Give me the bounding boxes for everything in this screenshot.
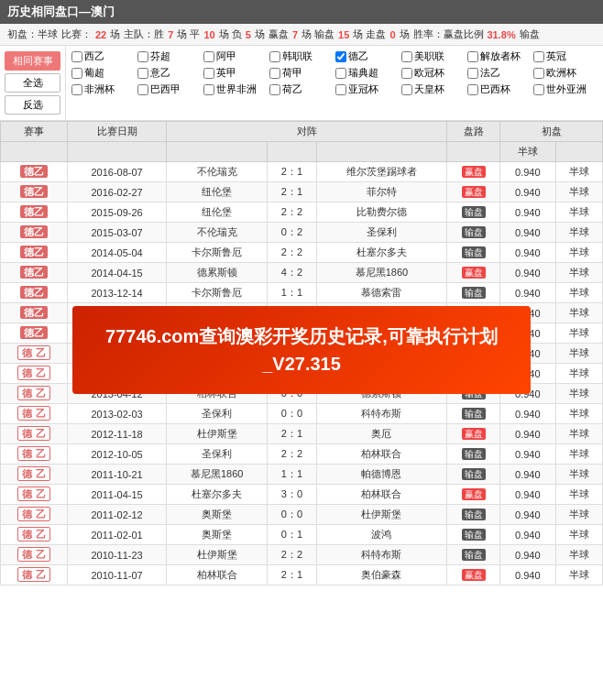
cb-iy[interactable]: 意乙 xyxy=(137,66,202,80)
summary-draw: 10 xyxy=(203,29,214,40)
cb-oug-input[interactable] xyxy=(401,68,412,79)
cb-hey-input[interactable] xyxy=(269,84,280,95)
summary-lose: 15 xyxy=(338,29,349,40)
cb-yjia[interactable]: 英甲 xyxy=(203,66,268,80)
table-row: 德 乙 2011-02-01 奥斯堡 0：1 波鸿 输盘 0.940 半球 xyxy=(1,525,603,545)
cb-jfz[interactable]: 解放者杯 xyxy=(467,49,532,63)
table-row: 德乙 2014-04-15 德累斯顿 4：2 慕尼黑1860 赢盘 0.940 … xyxy=(1,263,603,283)
cb-sjfz-input[interactable] xyxy=(203,84,214,95)
cb-hzl[interactable]: 韩职联 xyxy=(269,49,334,63)
cell-handicap: 半球 xyxy=(555,283,602,303)
cb-ajia-input[interactable] xyxy=(203,51,214,62)
cb-mzl-input[interactable] xyxy=(401,51,412,62)
cb-iy-input[interactable] xyxy=(137,68,148,79)
cell-score: 0：1 xyxy=(268,525,316,545)
cb-ajia[interactable]: 阿甲 xyxy=(203,49,268,63)
cb-bzb-input[interactable] xyxy=(467,84,478,95)
summary-lose-label: 场 输盘 xyxy=(302,27,334,41)
cell-score: 2：2 xyxy=(268,202,316,223)
cb-dey[interactable]: 德乙 xyxy=(335,49,400,63)
invert-button[interactable]: 反选 xyxy=(5,95,60,115)
cb-yjia-input[interactable] xyxy=(203,68,214,79)
cell-score: 2：2 xyxy=(268,444,316,465)
cell-league: 德 乙 xyxy=(1,545,68,565)
cb-hejia[interactable]: 荷甲 xyxy=(269,66,334,80)
cb-hejia-input[interactable] xyxy=(269,68,280,79)
cell-date: 2011-02-01 xyxy=(67,525,166,545)
cb-fzb[interactable]: 非洲杯 xyxy=(71,82,136,96)
cb-sjyz[interactable]: 世外亚洲 xyxy=(533,82,598,96)
cb-mzl[interactable]: 美职联 xyxy=(401,49,466,63)
cell-handicap: 半球 xyxy=(555,364,602,384)
table-row: 德 乙 2011-04-15 杜塞尔多夫 3：0 柏林联合 赢盘 0.940 半… xyxy=(1,485,603,505)
cell-odds1: 0.940 xyxy=(500,283,556,303)
cell-odds1: 0.940 xyxy=(500,404,556,424)
cb-yguan-input[interactable] xyxy=(533,51,544,62)
cell-handicap: 半球 xyxy=(555,505,602,525)
cell-league: 德乙 xyxy=(1,223,68,243)
cell-odds1: 0.940 xyxy=(500,424,556,444)
cb-fenc-input[interactable] xyxy=(137,51,148,62)
cell-score: 3：0 xyxy=(268,485,316,505)
cb-yzg-input[interactable] xyxy=(335,84,346,95)
cb-oug[interactable]: 欧冠杯 xyxy=(401,66,466,80)
cell-result: 输盘 xyxy=(447,283,500,303)
cb-ouz-input[interactable] xyxy=(533,68,544,79)
cell-handicap: 半球 xyxy=(555,384,602,404)
cb-bzjia[interactable]: 巴西甲 xyxy=(137,82,202,96)
cell-league: 德乙 xyxy=(1,182,68,202)
cb-bzjia-input[interactable] xyxy=(137,84,148,95)
cb-ouz[interactable]: 欧洲杯 xyxy=(533,66,598,80)
cb-jfz-input[interactable] xyxy=(467,51,478,62)
summary-rate: 31.8% xyxy=(488,29,516,40)
cb-fy[interactable]: 法乙 xyxy=(467,66,532,80)
cell-home: 奥斯堡 xyxy=(167,525,268,545)
cell-handicap: 半球 xyxy=(555,525,602,545)
cb-xiy-input[interactable] xyxy=(71,51,82,62)
cell-home: 德累斯顿 xyxy=(167,263,268,283)
cb-sjfz[interactable]: 世界非洲 xyxy=(203,82,268,96)
cell-league: 德乙 xyxy=(1,303,68,323)
cb-fy-input[interactable] xyxy=(467,68,478,79)
th-league: 赛事 xyxy=(1,122,68,142)
cell-home: 奥斯堡 xyxy=(167,505,268,525)
cb-thb-input[interactable] xyxy=(401,84,412,95)
filter-buttons: 相同赛事 全选 反选 xyxy=(0,46,66,120)
th-match: 对阵 xyxy=(167,122,447,142)
cb-yzg[interactable]: 亚冠杯 xyxy=(335,82,400,96)
cb-hey[interactable]: 荷乙 xyxy=(269,82,334,96)
cb-dey-input[interactable] xyxy=(335,51,346,62)
cell-date: 2016-08-07 xyxy=(67,162,166,182)
cb-hzl-input[interactable] xyxy=(269,51,280,62)
same-match-button[interactable]: 相同赛事 xyxy=(5,51,60,71)
cell-score: 0：0 xyxy=(268,404,316,424)
table-row: 德乙 2015-09-26 纽伦堡 2：2 比勒费尔德 输盘 0.940 半球 xyxy=(1,202,603,223)
cell-league: 德乙 xyxy=(1,243,68,263)
cb-sjyz-input[interactable] xyxy=(533,84,544,95)
table-row: 德 乙 2013-02-03 圣保利 0：0 科特布斯 输盘 0.940 半球 xyxy=(1,404,603,424)
cb-puc[interactable]: 葡超 xyxy=(71,66,136,80)
cb-ruidc[interactable]: 瑞典超 xyxy=(335,66,400,80)
cb-yguan[interactable]: 英冠 xyxy=(533,49,598,63)
cell-handicap: 半球 xyxy=(555,243,602,263)
cell-score: 1：1 xyxy=(268,465,316,485)
cell-odds1: 0.940 xyxy=(500,182,556,202)
summary-bar: 初盘：半球 比赛： 22 场 主队：胜 7 场 平 10 场 负 5 场 赢盘 … xyxy=(0,24,603,46)
cell-handicap: 半球 xyxy=(555,263,602,283)
cb-bzb[interactable]: 巴西杯 xyxy=(467,82,532,96)
summary-home-win: 7 xyxy=(168,29,173,40)
cell-handicap: 半球 xyxy=(555,223,602,243)
cb-fzb-input[interactable] xyxy=(71,84,82,95)
all-button[interactable]: 全选 xyxy=(5,73,60,93)
cell-home: 慕尼黑1860 xyxy=(167,465,268,485)
cb-fenc[interactable]: 芬超 xyxy=(137,49,202,63)
cb-xiy[interactable]: 西乙 xyxy=(71,49,136,63)
summary-flat-label: 场 走盘 xyxy=(353,27,386,41)
checkboxes-area: 西乙 芬超 阿甲 韩职联 德乙 美职联 解放者杯 英冠 葡超 意乙 英甲 荷甲 … xyxy=(66,46,603,120)
summary-match-label: 比赛： xyxy=(61,27,92,41)
cb-thb[interactable]: 天皇杯 xyxy=(401,82,466,96)
cell-away: 波鸿 xyxy=(316,525,446,545)
cb-puc-input[interactable] xyxy=(71,68,82,79)
cell-home: 柏林联合 xyxy=(167,565,268,585)
cb-ruidc-input[interactable] xyxy=(335,68,346,79)
